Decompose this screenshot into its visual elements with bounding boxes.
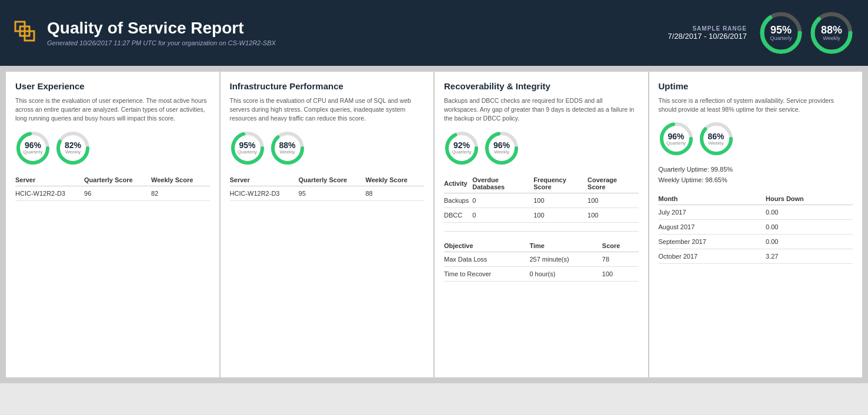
ue-weekly-label: Weekly — [65, 149, 81, 155]
sample-range: SAMPLE RANGE 7/28/2017 - 10/26/2017 — [668, 25, 747, 41]
rec-backups-frequency: 100 — [533, 193, 587, 208]
rec-obj-col1: Objective — [444, 240, 529, 252]
weekly-uptime-stat: Weekly Uptime: 98.65% — [659, 175, 853, 186]
uptime-oct-month: October 2017 — [659, 249, 766, 263]
header-weekly-label: Weekly — [821, 35, 842, 41]
uptime-section: Uptime This score is a reflection of sys… — [649, 72, 863, 377]
ue-row-server: HCIC-W12R2-D3 — [15, 186, 84, 200]
uptime-quarterly-pct: 96% — [666, 132, 686, 140]
rec-dbcc-overdue: 0 — [472, 208, 533, 222]
rec-quarterly-pct: 92% — [452, 141, 472, 149]
uptime-title: Uptime — [659, 81, 853, 92]
rec-activity-table: Activity Overdue Databases Frequency Sco… — [444, 174, 639, 223]
uptime-stats: Quarterly Uptime: 99.85% Weekly Uptime: … — [659, 165, 853, 185]
header-weekly-pct: 88% — [821, 25, 842, 35]
table-row: Max Data Loss 257 minute(s) 78 — [444, 252, 639, 266]
logo-icon — [14, 21, 39, 45]
table-row: Time to Recover 0 hour(s) 100 — [444, 266, 639, 281]
infra-quarterly-inner: 95% Quarterly — [238, 141, 257, 155]
table-row: August 2017 0.00 — [659, 219, 853, 234]
rec-divider — [444, 231, 639, 232]
ue-gauges-row: 96% Quarterly 82% Weekly — [15, 130, 210, 166]
rec-obj-col3: Score — [602, 240, 639, 252]
rec-quarterly-gauge: 92% Quarterly — [444, 130, 479, 166]
infra-desc: This score is the evaluation of CPU and … — [230, 96, 425, 123]
rec-weekly-inner: 96% Weekly — [493, 141, 510, 155]
infra-quarterly-gauge: 95% Quarterly — [230, 130, 265, 166]
ue-quarterly-gauge: 96% Quarterly — [15, 130, 51, 166]
infra-weekly-label: Weekly — [279, 149, 295, 155]
ue-weekly-inner: 82% Weekly — [65, 141, 81, 155]
rec-gauges-row: 92% Quarterly 96% Weekly — [444, 130, 639, 166]
infra-weekly-pct: 88% — [279, 141, 295, 149]
infra-gauges-row: 95% Quarterly 88% Weekly — [230, 130, 425, 166]
uptime-col-month: Month — [659, 193, 766, 205]
uptime-quarterly-inner: 96% Quarterly — [666, 132, 686, 146]
infra-quarterly-pct: 95% — [238, 141, 257, 149]
ue-row-weekly: 82 — [151, 186, 210, 200]
uptime-quarterly-gauge: 96% Quarterly — [659, 121, 694, 156]
ue-weekly-pct: 82% — [65, 141, 81, 149]
infra-quarterly-label: Quarterly — [238, 149, 257, 155]
infrastructure-section: Infrastructure Performance This score is… — [221, 72, 434, 377]
sample-range-dates: 7/28/2017 - 10/26/2017 — [668, 32, 747, 41]
uptime-weekly-gauge: 86% Weekly — [699, 121, 734, 156]
rec-obj-col2: Time — [529, 240, 602, 252]
rec-title: Recoverability & Integrity — [444, 81, 639, 92]
rec-desc: Backups and DBCC checks are required for… — [444, 96, 639, 123]
rec-weekly-gauge: 96% Weekly — [484, 130, 519, 166]
ue-table: Server Quarterly Score Weekly Score HCIC… — [15, 174, 210, 201]
report-title: Quality of Service Report — [47, 19, 276, 38]
user-experience-section: User Experience This score is the evalua… — [6, 72, 219, 377]
uptime-august-hours: 0.00 — [766, 219, 853, 234]
rec-objective-table: Objective Time Score Max Data Loss 257 m… — [444, 240, 639, 282]
rec-recover-time: 0 hour(s) — [529, 266, 602, 281]
infra-row-quarterly: 95 — [299, 186, 366, 200]
infra-row-server: HCIC-W12R2-D3 — [230, 186, 299, 200]
infra-col-server: Server — [230, 174, 299, 186]
header-quarterly-label: Quarterly — [770, 35, 792, 41]
header-right: SAMPLE RANGE 7/28/2017 - 10/26/2017 95% … — [668, 11, 854, 55]
table-row: October 2017 3.27 — [659, 249, 853, 263]
header-gauges: 95% Quarterly 88% Weekly — [759, 11, 854, 55]
recoverability-section: Recoverability & Integrity Backups and D… — [435, 72, 648, 377]
uptime-quarterly-label: Quarterly — [666, 140, 686, 146]
rec-col-frequency: Frequency Score — [533, 174, 587, 193]
table-row: HCIC-W12R2-D3 96 82 — [15, 186, 210, 200]
ue-quarterly-inner: 96% Quarterly — [24, 141, 43, 155]
infra-col-quarterly: Quarterly Score — [299, 174, 366, 186]
table-row: HCIC-W12R2-D3 95 88 — [230, 186, 425, 200]
main-content: User Experience This score is the evalua… — [0, 66, 868, 383]
uptime-july-month: July 2017 — [659, 205, 766, 219]
report-subtitle: Generated 10/26/2017 11:27 PM UTC for yo… — [47, 39, 276, 46]
infra-table: Server Quarterly Score Weekly Score HCIC… — [230, 174, 425, 201]
table-row: September 2017 0.00 — [659, 234, 853, 249]
uptime-sep-hours: 0.00 — [766, 234, 853, 249]
rec-col-overdue: Overdue Databases — [472, 174, 533, 193]
rec-col-coverage: Coverage Score — [587, 174, 638, 193]
rec-recover-score: 100 — [602, 266, 639, 281]
ue-col-quarterly: Quarterly Score — [84, 174, 151, 186]
quarterly-uptime-stat: Quarterly Uptime: 99.85% — [659, 165, 853, 175]
header-left: Quality of Service Report Generated 10/2… — [14, 19, 276, 46]
ue-title: User Experience — [15, 81, 210, 92]
ue-quarterly-pct: 96% — [24, 141, 43, 149]
rec-maxloss-time: 257 minute(s) — [529, 252, 602, 266]
infra-weekly-inner: 88% Weekly — [279, 141, 295, 155]
ue-quarterly-label: Quarterly — [24, 149, 43, 155]
rec-quarterly-label: Quarterly — [452, 149, 472, 155]
rec-backups-activity: Backups — [444, 193, 472, 208]
table-row: DBCC 0 100 100 — [444, 208, 639, 222]
uptime-oct-hours: 3.27 — [766, 249, 853, 263]
rec-backups-coverage: 100 — [587, 193, 638, 208]
ue-col-weekly: Weekly Score — [151, 174, 210, 186]
infra-title: Infrastructure Performance — [230, 81, 425, 92]
rec-maxloss-obj: Max Data Loss — [444, 252, 529, 266]
table-row: July 2017 0.00 — [659, 205, 853, 219]
header-quarterly-inner: 95% Quarterly — [770, 25, 792, 41]
rec-weekly-label: Weekly — [493, 149, 510, 155]
uptime-desc: This score is a reflection of system ava… — [659, 96, 853, 114]
rec-backups-overdue: 0 — [472, 193, 533, 208]
uptime-gauges-row: 96% Quarterly 86% Weekly — [659, 121, 853, 156]
ue-desc: This score is the evaluation of user exp… — [15, 96, 210, 123]
